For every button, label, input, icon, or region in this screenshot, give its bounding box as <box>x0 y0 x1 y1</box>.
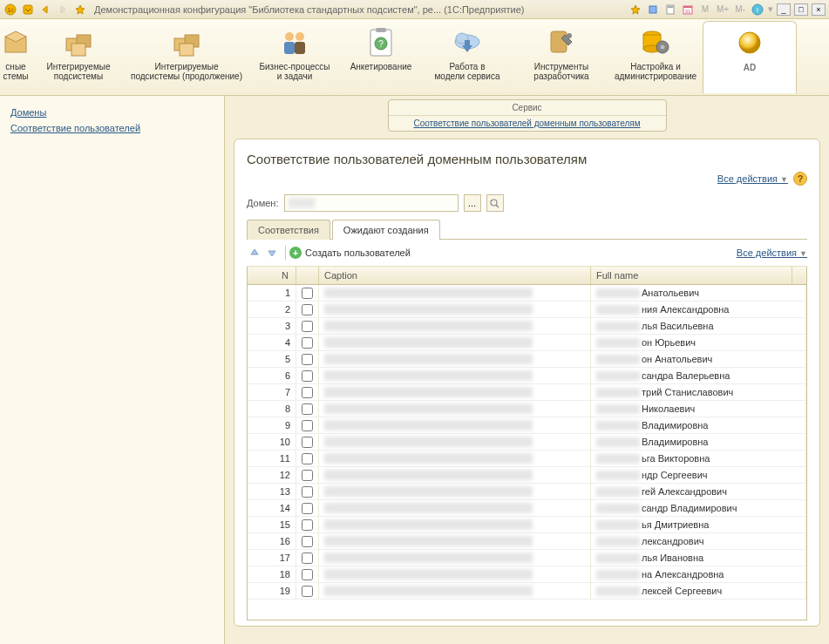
cell-checkbox[interactable] <box>296 351 319 367</box>
table-row[interactable]: 9 Владимировна <box>248 417 806 434</box>
dropdown-icon[interactable] <box>21 3 35 17</box>
favorite-icon[interactable] <box>73 3 87 17</box>
table-row[interactable]: 16лександрович <box>248 533 806 550</box>
grid-all-actions-button[interactable]: Все действия ▼ <box>737 247 807 258</box>
table-row[interactable]: 14сандр Владимирович <box>248 500 806 517</box>
row-checkbox[interactable] <box>302 420 313 431</box>
table-row[interactable]: 8 Николаевич <box>248 401 806 417</box>
table-row[interactable]: 6сандра Валерьевна <box>248 368 806 384</box>
row-checkbox[interactable] <box>302 354 313 365</box>
row-checkbox[interactable] <box>302 470 313 481</box>
cell-checkbox[interactable] <box>296 401 319 417</box>
maximize-button[interactable]: □ <box>794 3 808 16</box>
section-item-2[interactable]: Интегрируемые подсистемы (продолжение) <box>126 21 248 93</box>
row-checkbox[interactable] <box>302 304 313 315</box>
table-row[interactable]: 11ьга Викторовна <box>248 451 806 467</box>
row-checkbox[interactable] <box>302 552 313 564</box>
table-row[interactable]: 17лья Ивановна <box>248 550 806 566</box>
table-row[interactable]: 7трий Станиславович <box>248 384 806 401</box>
domain-search-button[interactable] <box>486 194 504 212</box>
row-checkbox[interactable] <box>302 337 313 349</box>
domain-select-button[interactable]: … <box>464 194 481 212</box>
tab-mappings[interactable]: Соответствия <box>247 220 330 240</box>
section-item-4[interactable]: ? Анкетирование <box>342 21 420 93</box>
table-row[interactable]: 15ья Дмитриевна <box>248 517 806 533</box>
info-icon[interactable]: i <box>751 3 764 17</box>
minimize-button[interactable]: _ <box>777 3 791 16</box>
row-checkbox[interactable] <box>302 288 313 299</box>
arrow-up-icon[interactable] <box>247 245 262 261</box>
back-icon[interactable] <box>38 3 52 17</box>
calendar-icon[interactable]: 31 <box>681 3 695 17</box>
cell-checkbox[interactable] <box>296 318 319 334</box>
col-header-n[interactable]: N <box>248 267 296 284</box>
table-row[interactable]: 3лья Васильевна <box>248 318 806 335</box>
m-minus-button[interactable]: M- <box>733 3 747 17</box>
col-header-check[interactable] <box>296 267 319 284</box>
row-checkbox[interactable] <box>302 536 313 547</box>
table-row[interactable]: 4он Юрьевич <box>248 335 806 351</box>
table-row[interactable]: 18на Александровна <box>248 566 806 583</box>
nav-item-user-mapping[interactable]: Соответствие пользователей <box>5 120 219 136</box>
cell-checkbox[interactable] <box>296 302 319 317</box>
cell-checkbox[interactable] <box>296 467 319 483</box>
cell-checkbox[interactable] <box>296 533 319 549</box>
row-checkbox[interactable] <box>302 586 313 597</box>
cell-checkbox[interactable] <box>296 417 319 433</box>
section-item-8[interactable]: AD <box>703 21 797 93</box>
section-item-7[interactable]: Настройка и администрирование <box>608 21 703 93</box>
table-row[interactable]: 5он Анатольевич <box>248 351 806 368</box>
m-button[interactable]: M <box>698 3 712 17</box>
col-header-caption[interactable]: Caption <box>319 267 591 284</box>
fav-add-icon[interactable] <box>629 3 642 17</box>
calc-icon[interactable] <box>663 3 677 17</box>
row-checkbox[interactable] <box>302 519 313 531</box>
close-button[interactable]: × <box>812 3 826 16</box>
cell-checkbox[interactable] <box>296 434 319 450</box>
section-item-1[interactable]: Интегрируемые подсистемы <box>31 21 126 93</box>
cell-checkbox[interactable] <box>296 550 319 566</box>
help-icon[interactable]: ? <box>793 172 807 186</box>
row-checkbox[interactable] <box>302 321 313 332</box>
cell-checkbox[interactable] <box>296 484 319 499</box>
cell-checkbox[interactable] <box>296 517 319 532</box>
table-row[interactable]: 2ния Александровна <box>248 302 806 318</box>
m-plus-button[interactable]: M+ <box>716 3 730 17</box>
breadcrumb-link[interactable]: Соответствие пользователей доменным поль… <box>389 116 666 131</box>
cell-checkbox[interactable] <box>296 500 319 516</box>
cell-checkbox[interactable] <box>296 335 319 350</box>
domain-input[interactable] <box>284 194 459 212</box>
row-checkbox[interactable] <box>302 387 313 398</box>
tab-pending[interactable]: Ожидают создания <box>332 220 440 240</box>
all-actions-button[interactable]: Все действия ▼ <box>717 173 788 184</box>
row-checkbox[interactable] <box>302 403 313 415</box>
section-item-5[interactable]: Работа в модели сервиса <box>420 21 514 93</box>
history-icon[interactable] <box>646 3 660 17</box>
row-checkbox[interactable] <box>302 569 313 580</box>
table-row[interactable]: 1 Анатольевич <box>248 285 806 302</box>
cell-checkbox[interactable] <box>296 566 319 582</box>
table-row[interactable]: 10 Владимировна <box>248 434 806 451</box>
table-row[interactable]: 13гей Александрович <box>248 484 806 500</box>
row-checkbox[interactable] <box>302 437 313 448</box>
row-checkbox[interactable] <box>302 370 313 382</box>
cell-checkbox[interactable] <box>296 451 319 466</box>
cell-checkbox[interactable] <box>296 384 319 400</box>
section-item-0[interactable]: сные стемы <box>0 21 31 93</box>
cell-checkbox[interactable] <box>296 285 319 301</box>
col-header-fullname[interactable]: Full name <box>591 267 792 284</box>
cell-checkbox[interactable] <box>296 583 319 599</box>
section-item-3[interactable]: Бизнес-процессы и задачи <box>248 21 342 93</box>
table-row[interactable]: 12ндр Сергеевич <box>248 467 806 484</box>
create-users-button[interactable]: + Создать пользователей <box>289 247 411 259</box>
table-row[interactable]: 19лексей Сергеевич <box>248 583 806 600</box>
arrow-down-icon[interactable] <box>264 245 280 261</box>
section-item-6[interactable]: Инструменты разработчика <box>514 21 608 93</box>
grid-body[interactable]: 1 Анатольевич2ния Александровна3лья Васи… <box>248 285 806 616</box>
row-checkbox[interactable] <box>302 486 313 498</box>
forward-icon[interactable] <box>56 3 70 17</box>
cell-checkbox[interactable] <box>296 368 319 383</box>
row-checkbox[interactable] <box>302 453 313 464</box>
row-checkbox[interactable] <box>302 503 313 514</box>
nav-item-domains[interactable]: Домены <box>5 105 219 120</box>
